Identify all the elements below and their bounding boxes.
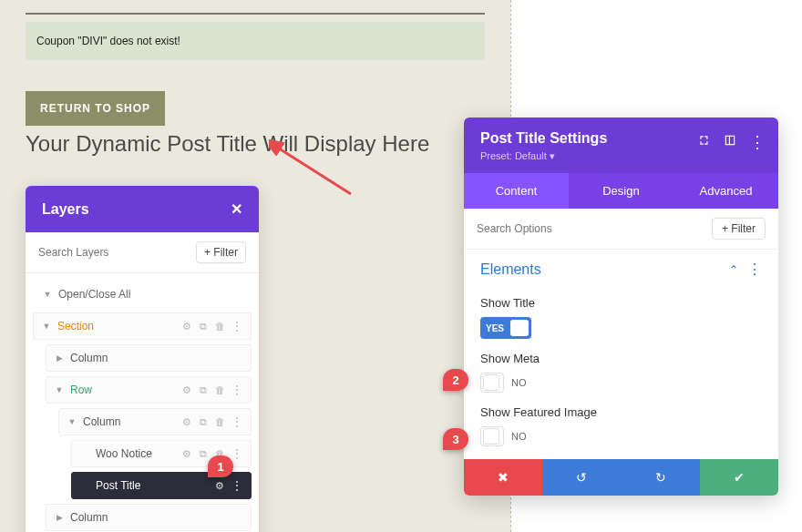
- return-to-shop-label: RETURN TO SHOP: [40, 102, 150, 115]
- tree-item-label: Column: [83, 415, 181, 428]
- check-icon: ✔: [734, 470, 745, 485]
- show-meta-label: Show Meta: [480, 352, 762, 365]
- section-elements-title: Elements: [480, 261, 541, 278]
- tree-item-label: Woo Notice: [96, 447, 181, 460]
- settings-search-row: + Filter: [464, 209, 778, 250]
- undo-button[interactable]: ↺: [542, 459, 621, 496]
- kebab-icon[interactable]: ⋮: [747, 261, 762, 278]
- dynamic-post-title: Your Dynamic Post Title Will Display Her…: [26, 131, 510, 157]
- tree-item-label: Section: [57, 320, 181, 332]
- kebab-icon[interactable]: ⋮: [749, 132, 766, 152]
- annotation-arrow: [269, 139, 369, 203]
- tree-item-column[interactable]: ▶ Column: [46, 344, 252, 372]
- show-title-toggle[interactable]: YES: [480, 317, 762, 339]
- duplicate-icon[interactable]: ⧉: [198, 448, 209, 459]
- close-icon[interactable]: ✕: [231, 200, 242, 218]
- gear-icon[interactable]: ⚙: [181, 321, 192, 332]
- chevron-up-icon: ⌃: [729, 263, 738, 276]
- caret-down-icon: ▼: [41, 322, 52, 331]
- gear-icon[interactable]: ⚙: [181, 448, 192, 459]
- layers-panel: Layers ✕ + Filter ▼ Open/Close All ▼ Sec…: [26, 186, 259, 532]
- trash-icon[interactable]: 🗑: [214, 321, 225, 332]
- layers-tree: ▼ Open/Close All ▼ Section ⚙ ⧉ 🗑 ⋮ ▶ Col…: [26, 273, 259, 532]
- close-icon: ✖: [498, 470, 509, 485]
- settings-tabs: Content Design Advanced: [464, 173, 778, 209]
- gear-icon[interactable]: ⚙: [214, 480, 225, 491]
- expand-icon[interactable]: [698, 134, 711, 150]
- section-elements-header[interactable]: Elements ⌃ ⋮: [464, 250, 778, 281]
- gear-icon[interactable]: ⚙: [181, 416, 192, 427]
- tree-item-column[interactable]: ▼ Column ⚙ ⧉ 🗑 ⋮: [58, 408, 252, 435]
- settings-search-input[interactable]: [477, 222, 712, 235]
- tab-content[interactable]: Content: [464, 173, 569, 209]
- caret-right-icon: ▶: [54, 353, 65, 363]
- undo-icon: ↺: [576, 470, 587, 485]
- settings-body: Show Title YES Show Meta NO Show Feature…: [464, 281, 778, 459]
- tab-advanced[interactable]: Advanced: [673, 173, 778, 209]
- caret-down-icon: ▼: [54, 385, 65, 394]
- show-featured-image-label: Show Featured Image: [480, 405, 762, 419]
- duplicate-icon[interactable]: ⧉: [198, 416, 209, 427]
- settings-filter-button[interactable]: + Filter: [712, 218, 766, 240]
- layers-header: Layers ✕: [26, 186, 259, 232]
- open-close-all[interactable]: ▼ Open/Close All: [33, 281, 252, 308]
- duplicate-icon[interactable]: ⧉: [198, 384, 209, 395]
- gear-icon[interactable]: ⚙: [181, 384, 192, 395]
- kebab-icon[interactable]: ⋮: [231, 322, 243, 331]
- woo-notice-text: Coupon "DIVI" does not exist!: [36, 35, 180, 47]
- open-close-all-label: Open/Close All: [58, 288, 130, 301]
- show-featured-image-toggle[interactable]: NO: [480, 426, 762, 446]
- tree-item-label: Post Title: [96, 479, 214, 492]
- redo-icon: ↻: [655, 470, 666, 485]
- return-to-shop-button[interactable]: RETURN TO SHOP: [26, 91, 165, 126]
- toggle-value: NO: [511, 377, 527, 388]
- annotation-marker-3: 3: [443, 428, 468, 450]
- tree-item-label: Row: [70, 384, 181, 396]
- caret-down-icon: ▾: [550, 150, 555, 161]
- layers-title: Layers: [42, 201, 89, 218]
- settings-panel: Post Title Settings Preset: Default ▾ ⋮ …: [464, 118, 778, 496]
- annotation-marker-1: 1: [208, 455, 233, 477]
- toggle-value: YES: [486, 323, 504, 333]
- cancel-button[interactable]: ✖: [464, 459, 542, 496]
- trash-icon[interactable]: 🗑: [214, 416, 225, 427]
- woo-notice-banner: Coupon "DIVI" does not exist!: [26, 22, 485, 60]
- show-meta-toggle[interactable]: NO: [480, 373, 762, 393]
- tree-item-label: Column: [70, 352, 243, 364]
- kebab-icon[interactable]: ⋮: [231, 417, 243, 426]
- layers-filter-button[interactable]: + Filter: [196, 241, 246, 263]
- save-button[interactable]: ✔: [700, 459, 778, 496]
- trash-icon[interactable]: 🗑: [214, 384, 225, 395]
- layers-search-input[interactable]: [38, 246, 196, 259]
- divider: [26, 13, 485, 15]
- tree-item-label: Column: [70, 511, 243, 524]
- redo-button[interactable]: ↻: [622, 459, 700, 496]
- layers-search-row: + Filter: [26, 232, 259, 273]
- panel-layout-icon[interactable]: [724, 134, 736, 150]
- tree-item-section[interactable]: ▼ Section ⚙ ⧉ 🗑 ⋮: [33, 312, 252, 340]
- kebab-icon[interactable]: ⋮: [231, 481, 243, 490]
- duplicate-icon[interactable]: ⧉: [198, 321, 209, 332]
- caret-down-icon: ▼: [67, 417, 77, 426]
- tree-item-row[interactable]: ▼ Row ⚙ ⧉ 🗑 ⋮: [46, 376, 252, 404]
- settings-footer: ✖ ↺ ↻ ✔: [464, 459, 778, 496]
- caret-right-icon: ▶: [54, 513, 65, 522]
- toggle-value: NO: [511, 431, 527, 442]
- tab-design[interactable]: Design: [569, 173, 673, 209]
- annotation-marker-2: 2: [443, 369, 468, 391]
- kebab-icon[interactable]: ⋮: [231, 449, 243, 458]
- kebab-icon[interactable]: ⋮: [231, 385, 243, 394]
- settings-header: Post Title Settings Preset: Default ▾ ⋮: [464, 118, 778, 173]
- show-title-label: Show Title: [480, 296, 762, 310]
- tree-item-column[interactable]: ▶ Column: [46, 504, 252, 531]
- svg-line-0: [276, 147, 351, 194]
- caret-down-icon: ▼: [42, 290, 53, 299]
